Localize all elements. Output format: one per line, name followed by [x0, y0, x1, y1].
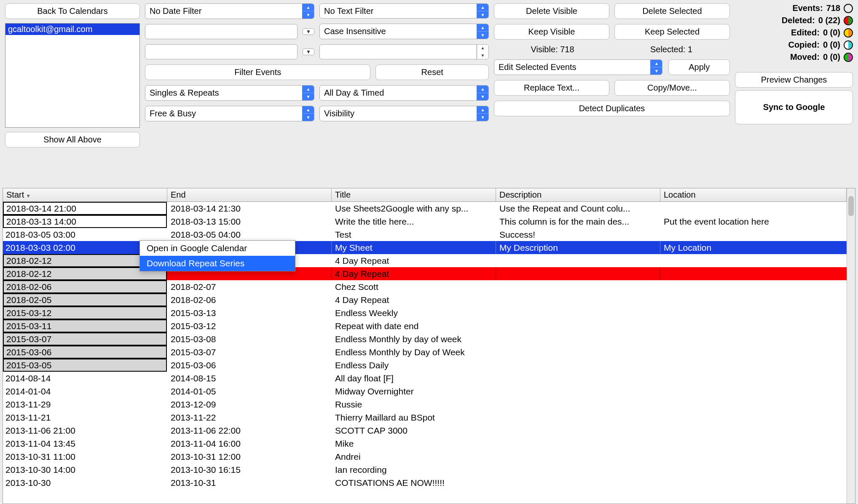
- cell-description[interactable]: [496, 411, 660, 424]
- cell-description[interactable]: [496, 267, 660, 280]
- cell-start[interactable]: 2015-03-12: [3, 306, 167, 319]
- copy-move-button[interactable]: Copy/Move...: [614, 80, 730, 96]
- cell-location[interactable]: Put the event location here: [660, 215, 847, 228]
- table-row[interactable]: 2018-02-124 Day Repeat: [3, 254, 847, 267]
- cell-start[interactable]: 2015-03-05: [3, 359, 167, 372]
- cell-end[interactable]: 2013-10-30 16:15: [167, 463, 332, 476]
- vertical-scrollbar[interactable]: [847, 188, 855, 504]
- table-row[interactable]: 2018-03-05 03:002018-03-05 04:00TestSucc…: [3, 228, 847, 241]
- cell-description[interactable]: This column is for the main des...: [496, 215, 660, 228]
- cell-description[interactable]: [496, 398, 660, 411]
- cell-location[interactable]: [660, 267, 847, 280]
- table-row[interactable]: 2015-03-062015-03-07Endless Monthly by D…: [3, 346, 847, 359]
- cell-location[interactable]: [660, 424, 847, 437]
- cell-title[interactable]: 4 Day Repeat: [332, 254, 496, 267]
- cell-title[interactable]: 4 Day Repeat: [332, 267, 496, 280]
- cell-title[interactable]: Endless Monthly by Day of Week: [332, 346, 496, 359]
- table-row[interactable]: 2013-10-31 11:002013-10-31 12:00Andrei: [3, 450, 847, 463]
- ctx-download-repeat-series[interactable]: Download Repeat Series: [140, 256, 295, 271]
- detect-duplicates-button[interactable]: Detect Duplicates: [494, 101, 730, 116]
- cell-start[interactable]: 2015-03-06: [3, 346, 167, 359]
- dropdown-arrow-icon[interactable]: ▲▼: [302, 86, 314, 100]
- cell-start[interactable]: 2013-11-06 21:00: [3, 424, 167, 437]
- cell-description[interactable]: [496, 385, 660, 398]
- cell-description[interactable]: Use the Repeat and Count colu...: [496, 202, 660, 215]
- cell-end[interactable]: 2014-08-15: [167, 372, 332, 385]
- cell-location[interactable]: My Location: [660, 241, 847, 254]
- visibility-select[interactable]: Visibility ▲▼: [319, 106, 489, 121]
- cell-end[interactable]: 2013-10-31 12:00: [167, 450, 332, 463]
- table-row[interactable]: 2015-03-112015-03-12Repeat with date end: [3, 319, 847, 332]
- reset-button[interactable]: Reset: [375, 64, 489, 80]
- cell-location[interactable]: [660, 385, 847, 398]
- cell-title[interactable]: Thierry Maillard au BSpot: [332, 411, 496, 424]
- cell-end[interactable]: 2013-12-09: [167, 398, 332, 411]
- cell-end[interactable]: 2018-03-05 04:00: [167, 228, 332, 241]
- cell-location[interactable]: [660, 254, 847, 267]
- cell-location[interactable]: [660, 202, 847, 215]
- cell-start[interactable]: 2014-01-04: [3, 385, 167, 398]
- cell-end[interactable]: 2013-11-04 16:00: [167, 437, 332, 450]
- cell-title[interactable]: COTISATIONS AE NOW!!!!!: [332, 476, 496, 489]
- cell-start[interactable]: 2013-10-30: [3, 476, 167, 489]
- delete-visible-button[interactable]: Delete Visible: [494, 3, 609, 19]
- cell-title[interactable]: Andrei: [332, 450, 496, 463]
- table-row[interactable]: 2013-11-292013-12-09Russie: [3, 398, 847, 411]
- table-row[interactable]: 2014-08-142014-08-15All day float [F]: [3, 372, 847, 385]
- cell-location[interactable]: [660, 437, 847, 450]
- cell-location[interactable]: [660, 372, 847, 385]
- cell-end[interactable]: 2015-03-08: [167, 332, 332, 346]
- dropdown-arrow-icon[interactable]: ▲▼: [477, 106, 488, 121]
- table-row[interactable]: 2013-10-30 14:002013-10-30 16:15Ian reco…: [3, 463, 847, 476]
- date-from-input[interactable]: [145, 24, 298, 39]
- cell-start[interactable]: 2013-11-04 13:45: [3, 437, 167, 450]
- cell-end[interactable]: 2015-03-07: [167, 346, 332, 359]
- cell-location[interactable]: [660, 280, 847, 293]
- cell-title[interactable]: Endless Daily: [332, 359, 496, 372]
- cell-description[interactable]: My Description: [496, 241, 660, 254]
- cell-end[interactable]: 2015-03-12: [167, 319, 332, 332]
- dropdown-arrow-icon[interactable]: ▲▼: [650, 60, 662, 75]
- ctx-open-in-google-calendar[interactable]: Open in Google Calendar: [140, 241, 295, 256]
- cell-end[interactable]: 2015-03-06: [167, 359, 332, 372]
- cell-location[interactable]: [660, 332, 847, 346]
- cell-start[interactable]: 2018-03-13 14:00: [3, 215, 167, 228]
- cell-title[interactable]: Mike: [332, 437, 496, 450]
- cell-location[interactable]: [660, 293, 847, 306]
- date-to-input[interactable]: [145, 44, 298, 59]
- cell-title[interactable]: Endless Weekly: [332, 306, 496, 319]
- table-row[interactable]: 2015-03-122015-03-13Endless Weekly: [3, 306, 847, 319]
- extra-filter-input[interactable]: ▲▼: [319, 44, 489, 59]
- replace-text-button[interactable]: Replace Text...: [494, 80, 609, 96]
- cell-title[interactable]: Repeat with date end: [332, 319, 496, 332]
- table-row[interactable]: 2015-03-072015-03-08Endless Monthly by d…: [3, 332, 847, 346]
- cell-description[interactable]: [496, 306, 660, 319]
- cell-description[interactable]: [496, 359, 660, 372]
- dropdown-arrow-icon[interactable]: ▲▼: [477, 86, 488, 100]
- cell-end[interactable]: 2018-03-14 21:30: [167, 202, 332, 215]
- cell-description[interactable]: [496, 372, 660, 385]
- dropdown-arrow-icon[interactable]: ▲▼: [302, 106, 314, 121]
- cell-title[interactable]: All day float [F]: [332, 372, 496, 385]
- cell-description[interactable]: [496, 476, 660, 489]
- table-row[interactable]: 2013-10-302013-10-31COTISATIONS AE NOW!!…: [3, 476, 847, 489]
- cell-title[interactable]: Use Sheets2Google with any sp...: [332, 202, 496, 215]
- col-header-description[interactable]: Description: [496, 188, 660, 201]
- context-menu[interactable]: Open in Google Calendar Download Repeat …: [139, 240, 295, 271]
- cell-description[interactable]: [496, 437, 660, 450]
- cell-end[interactable]: 2018-03-13 15:00: [167, 215, 332, 228]
- cell-start[interactable]: 2018-02-05: [3, 293, 167, 306]
- filter-events-button[interactable]: Filter Events: [145, 64, 370, 80]
- table-row[interactable]: 2018-02-052018-02-064 Day Repeat: [3, 293, 847, 306]
- cell-description[interactable]: [496, 319, 660, 332]
- table-row[interactable]: 2013-11-06 21:002013-11-06 22:00SCOTT CA…: [3, 424, 847, 437]
- cell-location[interactable]: [660, 476, 847, 489]
- cell-description[interactable]: [496, 280, 660, 293]
- date-filter-select[interactable]: No Date Filter ▲▼: [145, 3, 314, 19]
- dropdown-arrow-icon[interactable]: ▲▼: [477, 4, 488, 18]
- cell-location[interactable]: [660, 398, 847, 411]
- calendar-list-item[interactable]: gcaltoolkit@gmail.com: [5, 24, 139, 35]
- cell-title[interactable]: Endless Monthly by day of week: [332, 332, 496, 346]
- cell-title[interactable]: Midway Overnighter: [332, 385, 496, 398]
- table-row[interactable]: 2013-11-212013-11-22Thierry Maillard au …: [3, 411, 847, 424]
